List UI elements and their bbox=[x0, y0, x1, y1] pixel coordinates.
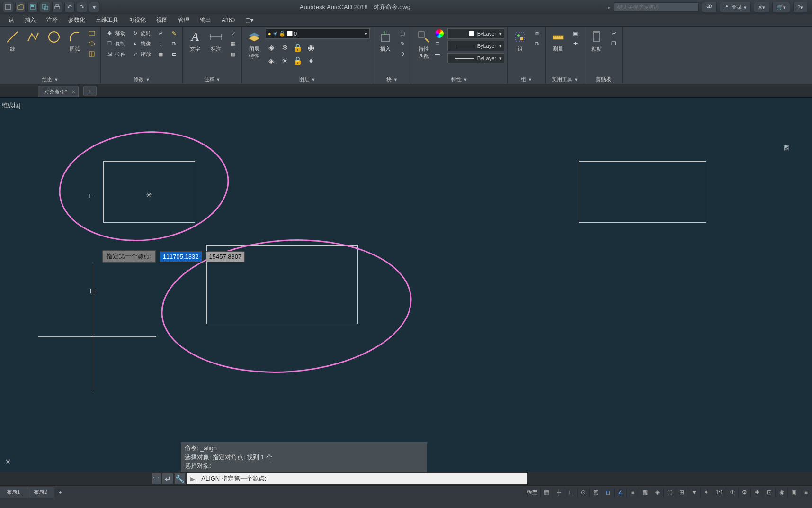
annotation-monitor-icon[interactable]: ✚ bbox=[750, 487, 763, 498]
leader-button[interactable]: ↙ bbox=[227, 28, 239, 38]
linetype-combo[interactable]: ByLayer▾ bbox=[447, 41, 504, 51]
login-button[interactable]: 登录▾ bbox=[720, 2, 751, 12]
edit-block-button[interactable]: ✎ bbox=[397, 39, 408, 48]
insert-block-button[interactable]: 插入 bbox=[376, 28, 395, 54]
arc-button[interactable]: 圆弧 bbox=[65, 28, 84, 54]
mirror-button[interactable]: ▲镜像 bbox=[129, 39, 153, 48]
lineweight-toggle-icon[interactable]: ≡ bbox=[626, 487, 639, 498]
menu-default[interactable]: 认 bbox=[4, 15, 19, 26]
match-properties-button[interactable]: 特性 匹配 bbox=[414, 28, 433, 61]
quick-calc-button[interactable]: ✚ bbox=[570, 39, 581, 48]
dynamic-x-field[interactable]: 111705.1332 bbox=[160, 251, 202, 262]
layer-match-icon[interactable]: ◈ bbox=[266, 55, 277, 66]
copy-clip-button[interactable]: ❐ bbox=[608, 39, 619, 48]
snap-toggle-icon[interactable]: ┼ bbox=[553, 487, 565, 498]
layer-iso-icon[interactable]: ◈ bbox=[266, 42, 277, 53]
fillet-button[interactable]: ◟ bbox=[155, 39, 166, 48]
copy-button[interactable]: ❐复制 bbox=[104, 39, 127, 48]
new-tab-button[interactable]: + bbox=[83, 86, 97, 96]
layer-off-icon[interactable]: ◉ bbox=[305, 42, 317, 53]
help-icon[interactable]: ?▾ bbox=[793, 2, 807, 12]
menu-insert[interactable]: 插入 bbox=[20, 15, 41, 26]
save-icon[interactable] bbox=[27, 2, 38, 12]
offset-button[interactable]: ⊏ bbox=[168, 49, 179, 59]
menu-featured-icon[interactable]: ▢▾ bbox=[241, 16, 258, 25]
isolate-objects-icon[interactable]: ◉ bbox=[775, 487, 787, 498]
menu-view[interactable]: 视图 bbox=[152, 15, 172, 26]
group-button[interactable]: 组 bbox=[510, 28, 529, 54]
lineweight-combo[interactable]: ByLayer▾ bbox=[447, 53, 504, 64]
move-button[interactable]: ✥移动 bbox=[104, 28, 127, 38]
menu-output[interactable]: 输出 bbox=[195, 15, 216, 26]
redo-icon[interactable]: ↷ bbox=[77, 2, 87, 12]
layer-thaw-icon[interactable]: ☀ bbox=[279, 55, 290, 66]
otrack-toggle-icon[interactable]: ∠ bbox=[614, 487, 626, 498]
dynamic-ucs-icon[interactable]: ⊞ bbox=[676, 487, 688, 498]
block-attr-button[interactable]: ※ bbox=[397, 49, 408, 59]
stretch-button[interactable]: ⇲拉伸 bbox=[104, 49, 127, 59]
viewcube-label[interactable]: 西 bbox=[784, 144, 789, 152]
command-customize-icon[interactable]: 🔧 bbox=[174, 473, 186, 484]
circle-button[interactable] bbox=[45, 28, 63, 52]
erase-button[interactable]: ✎ bbox=[168, 28, 179, 38]
workspace-switch-icon[interactable]: ⚙ bbox=[738, 487, 750, 498]
rotate-button[interactable]: ↻旋转 bbox=[129, 28, 153, 38]
create-block-button[interactable]: ▢ bbox=[397, 28, 408, 38]
annotation-visibility-icon[interactable]: 👁 bbox=[726, 487, 738, 498]
close-drawing-icon[interactable]: ✕ bbox=[5, 457, 11, 466]
menu-visualize[interactable]: 可视化 bbox=[124, 15, 151, 26]
layer-lock-icon[interactable]: 🔒 bbox=[292, 42, 303, 53]
mtext-button[interactable]: ▤ bbox=[227, 49, 239, 59]
paste-button[interactable]: 粘贴 bbox=[587, 28, 606, 54]
selection-cycling-icon[interactable]: ◈ bbox=[651, 487, 663, 498]
drawing-canvas[interactable]: 维线框] 西 + ✳ 指定第一个源点: 111705.1332 15457.83… bbox=[0, 98, 812, 472]
dimension-button[interactable]: 标注 bbox=[206, 28, 225, 54]
dynamic-y-field[interactable]: 15457.8307 bbox=[206, 251, 245, 262]
clean-screen-icon[interactable]: ▣ bbox=[787, 487, 800, 498]
layer-unlock-icon[interactable]: 🔓 bbox=[292, 55, 303, 66]
grid-toggle-icon[interactable]: ▦ bbox=[540, 487, 553, 498]
text-button[interactable]: A文字 bbox=[186, 28, 205, 54]
measure-button[interactable]: 测量 bbox=[549, 28, 568, 54]
new-icon[interactable] bbox=[3, 2, 13, 12]
transparency-toggle-icon[interactable]: ▩ bbox=[639, 487, 651, 498]
polar-toggle-icon[interactable]: ⊙ bbox=[577, 487, 589, 498]
layer-combo[interactable]: ● ☀ 🔓 0 ▾ bbox=[266, 28, 370, 39]
3dosnap-icon[interactable]: ⬚ bbox=[663, 487, 676, 498]
group-edit-button[interactable]: ⧉ bbox=[531, 39, 543, 48]
isodraft-toggle-icon[interactable]: ▨ bbox=[589, 487, 602, 498]
search-input[interactable] bbox=[614, 2, 699, 12]
select-all-button[interactable]: ▣ bbox=[570, 28, 581, 38]
menu-annotate[interactable]: 注释 bbox=[42, 15, 62, 26]
layout-tab-2[interactable]: 布局2 bbox=[27, 487, 54, 498]
layout-tab-1[interactable]: 布局1 bbox=[0, 487, 27, 498]
selection-filter-icon[interactable]: ▼ bbox=[688, 487, 700, 498]
layer-on-icon[interactable]: ● bbox=[305, 55, 317, 66]
layer-properties-button[interactable]: 图层 特性 bbox=[245, 28, 264, 61]
polyline-button[interactable] bbox=[24, 28, 43, 52]
osnap-toggle-icon[interactable]: ◻ bbox=[602, 487, 614, 498]
hatch-button[interactable] bbox=[86, 49, 98, 59]
cart-icon[interactable]: 🛒▾ bbox=[772, 2, 790, 12]
exchange-icon[interactable]: ✕▾ bbox=[754, 2, 769, 12]
array-button[interactable]: ▦ bbox=[155, 49, 166, 59]
undo-icon[interactable]: ↶ bbox=[64, 2, 75, 12]
lineweight-icon[interactable]: ━ bbox=[435, 50, 446, 59]
menu-3dtools[interactable]: 三维工具 bbox=[91, 15, 123, 26]
ortho-toggle-icon[interactable]: ∟ bbox=[565, 487, 577, 498]
rectangle-button[interactable] bbox=[86, 28, 98, 38]
explode-button[interactable]: ⧉ bbox=[168, 39, 179, 48]
qat-dropdown-icon[interactable]: ▾ bbox=[89, 2, 99, 12]
menu-a360[interactable]: A360 bbox=[217, 16, 240, 25]
command-recent-icon[interactable]: ↵ bbox=[162, 473, 173, 484]
linetype-icon[interactable]: ≡ bbox=[435, 40, 446, 48]
menu-manage[interactable]: 管理 bbox=[173, 15, 194, 26]
color-wheel-icon[interactable] bbox=[435, 29, 444, 38]
visual-style-label[interactable]: 维线框] bbox=[2, 101, 20, 109]
line-button[interactable]: 线 bbox=[3, 28, 22, 54]
layout-add-button[interactable]: + bbox=[54, 488, 66, 497]
cut-button[interactable]: ✂ bbox=[608, 28, 619, 38]
color-combo[interactable]: ByLayer▾ bbox=[447, 28, 504, 39]
infocenter-search-icon[interactable] bbox=[702, 2, 717, 12]
customize-status-icon[interactable]: ≡ bbox=[800, 487, 812, 498]
